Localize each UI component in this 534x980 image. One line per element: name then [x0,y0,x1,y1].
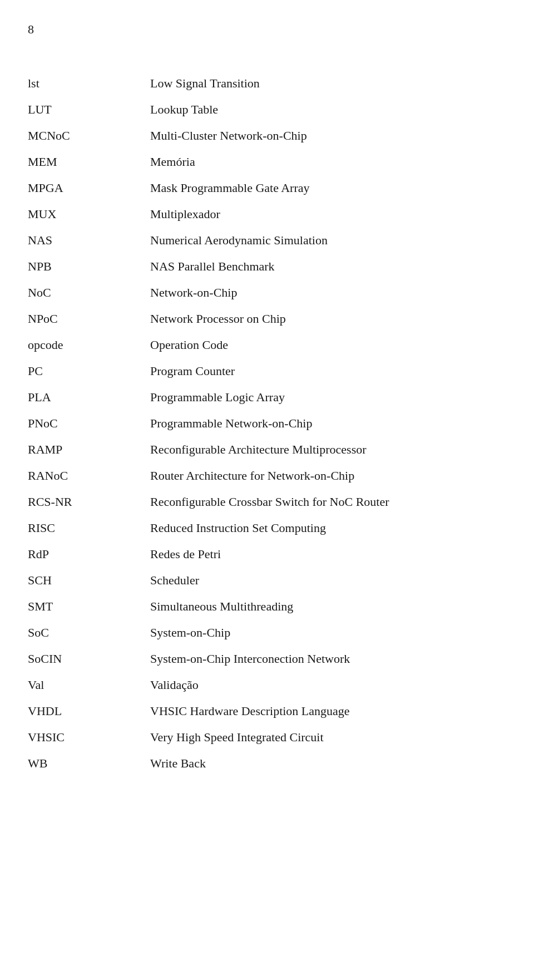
table-row: RANoCRouter Architecture for Network-on-… [28,462,506,489]
abbreviation: VHSIC [28,724,150,750]
table-row: PCProgram Counter [28,358,506,384]
abbreviation: RdP [28,541,150,567]
abbreviation: SMT [28,593,150,619]
definition: Validação [150,672,506,698]
table-row: SMTSimultaneous Multithreading [28,593,506,619]
definition: Scheduler [150,567,506,593]
abbreviation: NoC [28,279,150,306]
definition: Program Counter [150,358,506,384]
definition: System-on-Chip [150,619,506,646]
page-number: 8 [28,22,506,37]
abbreviation: VHDL [28,698,150,724]
definition: Reconfigurable Crossbar Switch for NoC R… [150,489,506,515]
table-row: MCNoCMulti-Cluster Network-on-Chip [28,122,506,149]
definition: Lookup Table [150,96,506,122]
abbreviation: PLA [28,384,150,410]
table-row: NoCNetwork-on-Chip [28,279,506,306]
table-row: ValValidação [28,672,506,698]
abbreviation: LUT [28,96,150,122]
abbreviation: MUX [28,201,150,227]
table-row: MUXMultiplexador [28,201,506,227]
abbreviation: opcode [28,332,150,358]
table-row: MPGAMask Programmable Gate Array [28,175,506,201]
table-row: lstLow Signal Transition [28,70,506,96]
abbreviation: NPB [28,253,150,279]
abbreviation: SoC [28,619,150,646]
definition: System-on-Chip Interconection Network [150,646,506,672]
table-row: VHSICVery High Speed Integrated Circuit [28,724,506,750]
definition: Write Back [150,750,506,776]
abbreviation: MPGA [28,175,150,201]
definition: Very High Speed Integrated Circuit [150,724,506,750]
acronym-table: lstLow Signal TransitionLUTLookup TableM… [28,70,506,776]
definition: Redes de Petri [150,541,506,567]
definition: Network Processor on Chip [150,306,506,332]
definition: Multi-Cluster Network-on-Chip [150,122,506,149]
abbreviation: PC [28,358,150,384]
definition: VHSIC Hardware Description Language [150,698,506,724]
abbreviation: SoCIN [28,646,150,672]
table-row: PNoCProgrammable Network-on-Chip [28,410,506,436]
table-row: RISCReduced Instruction Set Computing [28,515,506,541]
definition: Reduced Instruction Set Computing [150,515,506,541]
table-row: RCS-NRReconfigurable Crossbar Switch for… [28,489,506,515]
abbreviation: Val [28,672,150,698]
abbreviation: SCH [28,567,150,593]
table-row: RdPRedes de Petri [28,541,506,567]
abbreviation: RAMP [28,436,150,462]
abbreviation: RCS-NR [28,489,150,515]
abbreviation: PNoC [28,410,150,436]
table-row: RAMPReconfigurable Architecture Multipro… [28,436,506,462]
definition: Memória [150,149,506,175]
abbreviation: lst [28,70,150,96]
abbreviation: RISC [28,515,150,541]
abbreviation: WB [28,750,150,776]
definition: Reconfigurable Architecture Multiprocess… [150,436,506,462]
abbreviation: NPoC [28,306,150,332]
definition: Low Signal Transition [150,70,506,96]
definition: Network-on-Chip [150,279,506,306]
abbreviation: MEM [28,149,150,175]
abbreviation: MCNoC [28,122,150,149]
table-row: PLAProgrammable Logic Array [28,384,506,410]
table-row: WBWrite Back [28,750,506,776]
table-row: NASNumerical Aerodynamic Simulation [28,227,506,253]
definition: Programmable Network-on-Chip [150,410,506,436]
table-row: SoCINSystem-on-Chip Interconection Netwo… [28,646,506,672]
table-row: opcodeOperation Code [28,332,506,358]
definition: Programmable Logic Array [150,384,506,410]
abbreviation: RANoC [28,462,150,489]
definition: Simultaneous Multithreading [150,593,506,619]
table-row: MEMMemória [28,149,506,175]
definition: Operation Code [150,332,506,358]
definition: Multiplexador [150,201,506,227]
abbreviation: NAS [28,227,150,253]
table-row: LUTLookup Table [28,96,506,122]
table-row: VHDLVHSIC Hardware Description Language [28,698,506,724]
definition: Router Architecture for Network-on-Chip [150,462,506,489]
table-row: SCHScheduler [28,567,506,593]
table-row: SoCSystem-on-Chip [28,619,506,646]
definition: NAS Parallel Benchmark [150,253,506,279]
table-row: NPoCNetwork Processor on Chip [28,306,506,332]
definition: Numerical Aerodynamic Simulation [150,227,506,253]
table-row: NPBNAS Parallel Benchmark [28,253,506,279]
definition: Mask Programmable Gate Array [150,175,506,201]
